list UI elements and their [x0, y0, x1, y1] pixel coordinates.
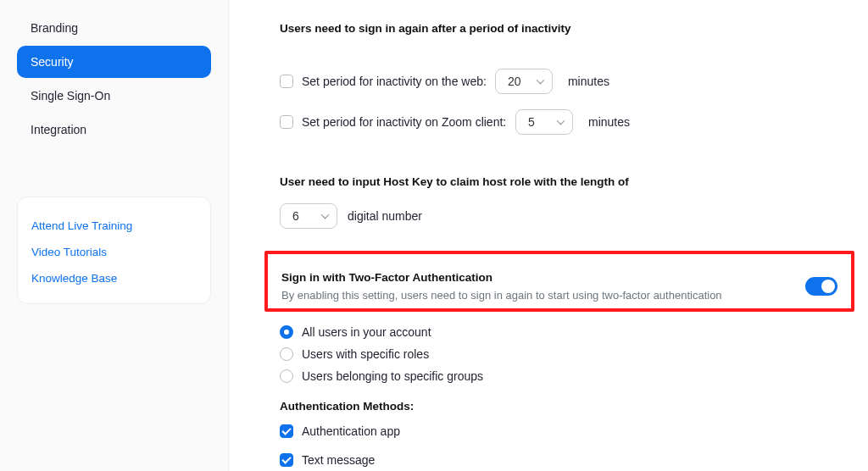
tfa-method-app[interactable]: Authentication app	[280, 424, 843, 438]
tfa-scope-groups-label: Users belonging to specific groups	[302, 369, 483, 383]
tfa-method-app-label: Authentication app	[302, 424, 400, 438]
inactivity-web-row: Set period for inactivity on the web: 20…	[280, 69, 843, 94]
inactivity-heading: Users need to sign in again after a peri…	[280, 22, 843, 35]
tfa-toggle[interactable]	[805, 277, 837, 296]
tfa-description: By enabling this setting, users need to …	[281, 289, 722, 302]
inactivity-client-row: Set period for inactivity on Zoom client…	[280, 109, 843, 135]
help-link-training[interactable]: Attend Live Training	[31, 213, 197, 239]
help-link-tutorials[interactable]: Video Tutorials	[31, 239, 197, 265]
tfa-header: Sign in with Two-Factor Authentication B…	[281, 271, 837, 302]
sidebar-item-branding[interactable]: Branding	[17, 12, 211, 44]
sidebar-item-sso[interactable]: Single Sign-On	[17, 80, 211, 112]
radio-icon	[280, 369, 293, 383]
tfa-scope-group: All users in your account Users with spe…	[280, 325, 843, 383]
sidebar: Branding Security Single Sign-On Integra…	[0, 0, 229, 471]
tfa-scope-roles-label: Users with specific roles	[302, 347, 429, 361]
tfa-scope-all[interactable]: All users in your account	[280, 325, 843, 339]
tfa-method-text[interactable]: Text message	[280, 453, 843, 467]
main-content: Users need to sign in again after a peri…	[229, 0, 868, 471]
hostkey-length-select[interactable]: 6	[280, 203, 337, 229]
inactivity-section: Users need to sign in again after a peri…	[280, 7, 843, 135]
help-link-knowledgebase[interactable]: Knowledge Base	[31, 265, 197, 291]
tfa-methods-heading: Authentication Methods:	[280, 400, 843, 413]
inactivity-client-select[interactable]: 5	[515, 109, 573, 135]
sidebar-item-integration[interactable]: Integration	[17, 114, 211, 146]
inactivity-web-label: Set period for inactivity on the web:	[302, 75, 487, 88]
tfa-scope-roles[interactable]: Users with specific roles	[280, 347, 843, 361]
checkbox-icon	[280, 453, 293, 467]
tfa-scope-groups[interactable]: Users belonging to specific groups	[280, 369, 843, 383]
inactivity-web-unit: minutes	[568, 75, 609, 88]
inactivity-client-label: Set period for inactivity on Zoom client…	[302, 115, 507, 129]
tfa-title: Sign in with Two-Factor Authentication	[281, 271, 722, 284]
tfa-highlight: Sign in with Two-Factor Authentication B…	[264, 251, 854, 312]
hostkey-length-suffix: digital number	[348, 209, 422, 223]
tfa-scope-all-label: All users in your account	[302, 325, 431, 339]
sidebar-item-security[interactable]: Security	[17, 46, 211, 78]
tfa-method-text-label: Text message	[302, 453, 375, 467]
tfa-text-block: Sign in with Two-Factor Authentication B…	[281, 271, 722, 302]
radio-icon	[280, 325, 293, 339]
radio-icon	[280, 347, 293, 361]
inactivity-client-checkbox[interactable]	[280, 115, 293, 129]
checkbox-icon	[280, 424, 293, 438]
inactivity-web-select[interactable]: 20	[495, 69, 553, 94]
hostkey-section: User need to input Host Key to claim hos…	[280, 150, 843, 229]
inactivity-web-checkbox[interactable]	[280, 75, 293, 88]
help-card: Attend Live Training Video Tutorials Kno…	[17, 197, 211, 304]
inactivity-client-unit: minutes	[588, 115, 630, 129]
nav-list: Branding Security Single Sign-On Integra…	[17, 12, 211, 146]
hostkey-heading: User need to input Host Key to claim hos…	[280, 175, 843, 188]
